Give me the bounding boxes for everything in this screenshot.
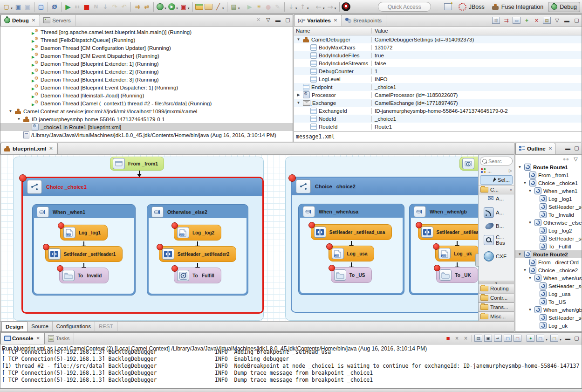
- expander-icon[interactable]: ▼: [522, 181, 527, 185]
- tab-outline[interactable]: Outline ✕: [515, 143, 555, 154]
- outline-tree-row[interactable]: ▼Choice _choice2: [515, 266, 582, 274]
- outline-filter-icon[interactable]: ●●: [562, 156, 569, 162]
- breakpoint-dot[interactable]: [329, 265, 335, 271]
- remove-terminated-button[interactable]: ✕: [255, 17, 262, 23]
- variable-row[interactable]: LogLevelINFO: [294, 75, 582, 83]
- view-menu-icon[interactable]: ▽: [554, 17, 561, 23]
- close-icon[interactable]: ✕: [548, 146, 552, 151]
- new-wizard-button[interactable]: [2, 2, 11, 12]
- tab-debug[interactable]: Debug ✕: [0, 14, 40, 26]
- debug-tree-row[interactable]: Daemon Thread [CM Event Dispatcher] (Run…: [0, 52, 293, 60]
- variables-table-header[interactable]: Name Value: [294, 27, 582, 35]
- tab-blueprint-xml[interactable]: blueprint.xml ✕: [0, 143, 58, 154]
- tab-servers[interactable]: Servers: [40, 15, 75, 26]
- debug-tree-row[interactable]: Daemon Thread [Blueprint Extender: 2] (R…: [0, 68, 293, 76]
- step-into-button[interactable]: [101, 2, 110, 12]
- outline-tree-row[interactable]: ▼When _when/gb: [515, 306, 582, 314]
- console-log[interactable]: [ TCP Connection(5)-192.168.1.3] Backlog…: [0, 349, 582, 384]
- breakpoint-dot[interactable]: [308, 222, 315, 228]
- back-button[interactable]: [314, 2, 323, 12]
- tab-variables[interactable]: (x)= Variables ✕: [294, 14, 342, 26]
- node-to-_fulfill[interactable]: To _Fulfill: [174, 268, 221, 283]
- variable-row[interactable]: NodeId_choice1: [294, 115, 582, 123]
- server-tools-button[interactable]: [229, 2, 239, 12]
- column-name[interactable]: Name: [294, 28, 371, 34]
- branch-header[interactable]: When _when/usa: [300, 206, 403, 218]
- scroll-lock-button[interactable]: [484, 335, 492, 342]
- breakpoint-dot[interactable]: [157, 244, 163, 250]
- skip-all-breakpoints-button[interactable]: [50, 2, 59, 12]
- node-log-_usa[interactable]: LOGLog _usa: [329, 246, 375, 261]
- open-perspective-button[interactable]: [444, 2, 453, 12]
- variable-detail-pane[interactable]: message1.xml: [294, 131, 582, 142]
- outline-tree-row[interactable]: ▼Route Route2: [515, 250, 582, 258]
- terminate-console-button[interactable]: [445, 335, 452, 341]
- page-tab-configurations[interactable]: Configurations: [53, 322, 95, 331]
- external-tools-button[interactable]: [179, 2, 188, 12]
- expander-icon[interactable]: ▼: [296, 101, 301, 105]
- tab-breakpoints[interactable]: Breakpoints: [342, 15, 386, 26]
- save-all-button[interactable]: [23, 2, 32, 12]
- step-filters-edit-button[interactable]: [142, 2, 151, 12]
- next-annotation-button[interactable]: [287, 2, 296, 12]
- tab-tasks[interactable]: Tasks: [45, 333, 74, 344]
- node-log-_log1[interactable]: LOGLog _log1: [60, 225, 108, 241]
- expander-icon[interactable]: ▼: [517, 165, 522, 169]
- minimize-icon[interactable]: ▬: [564, 145, 571, 151]
- remove-variable-button[interactable]: [533, 17, 540, 23]
- outline-tree-row[interactable]: ▼Choice _choice1: [515, 179, 582, 187]
- add-variable-button[interactable]: [523, 17, 530, 23]
- breakpoint-dot[interactable]: [19, 174, 27, 182]
- variable-row[interactable]: RouteIdRoute1: [294, 123, 582, 131]
- expander-icon[interactable]: ▼: [16, 117, 21, 121]
- variable-row[interactable]: DebugCounter1: [294, 67, 582, 75]
- variable-row[interactable]: BodyMaxChars131072: [294, 43, 582, 51]
- resume-button[interactable]: [63, 2, 73, 12]
- breakpoint-dot[interactable]: [171, 222, 178, 229]
- stop-server-button[interactable]: [264, 2, 273, 12]
- display-console-button[interactable]: [536, 335, 544, 342]
- branch-header[interactable]: When _when1: [34, 206, 134, 218]
- minimize-icon[interactable]: ▬: [274, 17, 281, 23]
- node-to-_invalid[interactable]: To _Invalid: [59, 268, 109, 283]
- step-over-button[interactable]: [110, 2, 119, 12]
- variable-row[interactable]: BodyIncludeFilestrue: [294, 51, 582, 59]
- breakpoint-dot[interactable]: [57, 265, 63, 272]
- close-icon[interactable]: ✕: [36, 336, 40, 341]
- expander-icon[interactable]: ▼: [527, 308, 533, 312]
- show-logical-button[interactable]: [492, 17, 500, 24]
- outline-tree-row[interactable]: Log _log2: [515, 227, 582, 234]
- debug-tree-row[interactable]: ▼Camel Context at service:jmx:rmi:///jnd…: [0, 107, 293, 115]
- debug-tree-row[interactable]: Daemon Thread [Camel (_context1) thread …: [0, 99, 293, 107]
- touch-pointer-button[interactable]: [273, 2, 282, 12]
- paintbrush-button[interactable]: [213, 2, 223, 12]
- node-from1[interactable]: From _from1: [110, 157, 164, 171]
- branch-when-_when-usa[interactable]: When _when/usaSetHeader _setHead_usaLOGL…: [298, 204, 404, 295]
- debug-tree-row[interactable]: Daemon Thread [Blueprint Event Dispatche…: [0, 83, 293, 91]
- expander-icon[interactable]: ▼: [8, 109, 13, 113]
- palette-search-input[interactable]: Searc: [480, 157, 513, 165]
- minimize-icon[interactable]: ▬: [564, 336, 571, 341]
- debug-tree-row[interactable]: Daemon Thread [fileinstall-./load] (Runn…: [0, 91, 293, 99]
- palette-item-controlbus[interactable]: C... Bus: [479, 232, 514, 248]
- outline-tree-row[interactable]: SetHeader _setHeader2: [515, 234, 582, 242]
- expander-icon[interactable]: ▼: [296, 37, 301, 41]
- debug-button[interactable]: [156, 2, 165, 12]
- palette-drawer-trans[interactable]: Trans...: [479, 303, 514, 312]
- palette-header[interactable]: ... ▷: [479, 166, 514, 175]
- remove-launch-button[interactable]: [453, 335, 460, 341]
- step-return-button[interactable]: [119, 2, 129, 12]
- expander-icon[interactable]: ▼: [527, 276, 533, 280]
- palette-drawer-contr[interactable]: Contr...: [479, 293, 514, 303]
- expander-icon[interactable]: ▼: [522, 268, 527, 272]
- close-icon[interactable]: ✕: [334, 18, 337, 23]
- clear-console-button[interactable]: [474, 335, 482, 342]
- terminate-button[interactable]: [82, 2, 91, 12]
- palette-expand-icon[interactable]: ▷: [509, 168, 512, 173]
- view-menu-icon[interactable]: ▽: [572, 156, 579, 162]
- breakpoint-dot[interactable]: [416, 222, 422, 228]
- run-server-button[interactable]: [245, 2, 254, 12]
- debug-tree-row[interactable]: Thread [FelixDispatchQueue] (Running): [0, 36, 293, 44]
- debug-tree-row[interactable]: /Library/Java/JavaVirtualMachines/jdk1.8…: [0, 131, 293, 139]
- node-log-_log2[interactable]: LOGLog _log2: [174, 225, 221, 241]
